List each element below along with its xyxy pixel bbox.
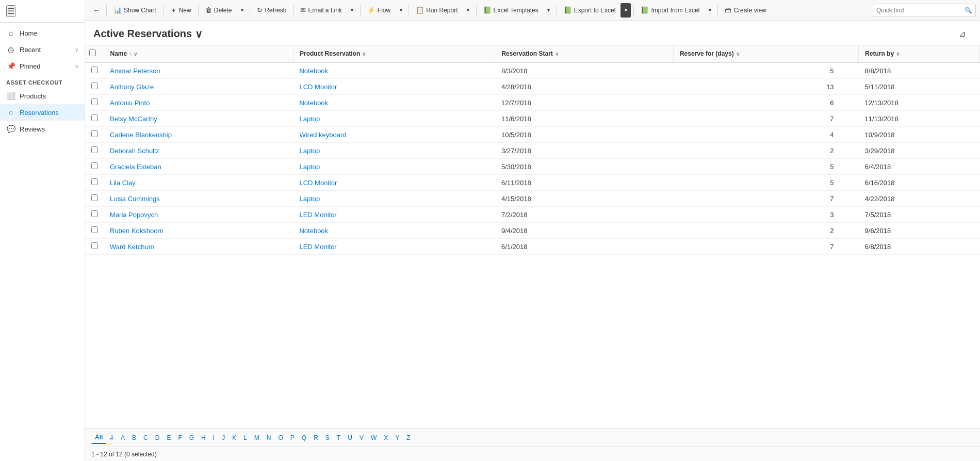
row-product-link-6[interactable]: Laptop (299, 163, 320, 171)
filter-icon[interactable]: ⊿ (957, 27, 968, 41)
pagination-letter-n[interactable]: N (263, 432, 275, 443)
row-name-link-9[interactable]: Maria Popovych (110, 211, 158, 219)
excel-templates-dropdown-button[interactable]: ▾ (544, 3, 554, 18)
sidebar-item-reservations[interactable]: ○ Reservations (0, 104, 85, 121)
row-checkbox-1[interactable] (91, 83, 98, 89)
row-product-link-4[interactable]: Wired keyboard (299, 131, 346, 139)
row-name-link-1[interactable]: Anthony Glaze (110, 83, 154, 91)
pagination-letter-p[interactable]: P (287, 432, 298, 443)
export-excel-dropdown-button[interactable]: ▾ (620, 3, 631, 18)
return-by-filter-chevron-icon[interactable]: ∨ (896, 51, 900, 57)
name-column-header[interactable]: Name ↑ ∨ (104, 45, 293, 62)
days-filter-chevron-icon[interactable]: ∨ (736, 51, 740, 57)
flow-button[interactable]: ⚡ Flow (363, 3, 395, 18)
row-checkbox-9[interactable] (91, 210, 98, 217)
pagination-letter-j[interactable]: J (218, 432, 228, 443)
row-product-link-1[interactable]: LCD Monitor (299, 83, 337, 91)
row-checkbox-2[interactable] (91, 98, 98, 105)
row-name-link-6[interactable]: Graciela Esteban (110, 163, 161, 171)
pagination-letter-u[interactable]: U (344, 432, 356, 443)
pagination-letter-g[interactable]: G (186, 432, 198, 443)
pagination-letter-e[interactable]: E (163, 432, 174, 443)
import-excel-button[interactable]: 📗 Import from Excel (636, 3, 704, 18)
pagination-letter-v[interactable]: V (356, 432, 367, 443)
row-name-link-7[interactable]: Lila Clay (110, 179, 136, 187)
export-excel-button[interactable]: 📗 Export to Excel (560, 3, 620, 18)
row-name-link-0[interactable]: Ammar Peterson (110, 67, 160, 75)
row-name-link-3[interactable]: Betsy McCarthy (110, 115, 157, 123)
sidebar-item-recent[interactable]: ◷ Recent ∨ (0, 41, 85, 58)
email-link-button[interactable]: ✉ Email a Link (296, 3, 346, 18)
excel-templates-button[interactable]: 📗 Excel Templates (479, 3, 543, 18)
pagination-letter-h[interactable]: H (198, 432, 209, 443)
pagination-letter-all[interactable]: All (91, 432, 106, 444)
email-dropdown-button[interactable]: ▾ (347, 3, 357, 18)
flow-dropdown-button[interactable]: ▾ (396, 3, 406, 18)
row-product-link-3[interactable]: Laptop (299, 115, 320, 123)
new-button[interactable]: ＋ New (166, 3, 195, 18)
pagination-letter-x[interactable]: X (380, 432, 391, 443)
create-view-button[interactable]: 🗃 Create view (721, 3, 770, 18)
pagination-letter-t[interactable]: T (333, 432, 344, 443)
row-checkbox-11[interactable] (91, 242, 98, 249)
pagination-letter-c[interactable]: C (140, 432, 152, 443)
row-checkbox-8[interactable] (91, 194, 98, 201)
product-reservation-column-header[interactable]: Product Reservation ∨ (293, 45, 495, 62)
delete-button[interactable]: 🗑 Delete (201, 3, 236, 18)
row-checkbox-6[interactable] (91, 162, 98, 169)
product-filter-chevron-icon[interactable]: ∨ (362, 51, 366, 57)
row-checkbox-10[interactable] (91, 226, 98, 233)
sidebar-item-pinned[interactable]: 📌 Pinned ∨ (0, 58, 85, 74)
pagination-letter-#[interactable]: # (106, 432, 117, 443)
pagination-letter-f[interactable]: F (174, 432, 185, 443)
row-name-link-5[interactable]: Deborah Schultz (110, 147, 159, 155)
pagination-letter-z[interactable]: Z (403, 432, 414, 443)
pagination-letter-d[interactable]: D (152, 432, 164, 443)
row-product-link-5[interactable]: Laptop (299, 147, 320, 155)
import-excel-dropdown-button[interactable]: ▾ (705, 3, 715, 18)
pagination-letter-o[interactable]: O (275, 432, 287, 443)
row-product-link-0[interactable]: Notebook (299, 67, 328, 75)
pagination-letter-q[interactable]: Q (298, 432, 310, 443)
run-report-button[interactable]: 📋 Run Report (412, 3, 462, 18)
check-all-checkbox[interactable] (89, 50, 96, 56)
pagination-letter-b[interactable]: B (128, 432, 140, 443)
back-button[interactable]: ← (89, 3, 104, 18)
row-name-link-2[interactable]: Antonio Pinto (110, 99, 150, 107)
sidebar-item-home[interactable]: ⌂ Home (0, 25, 85, 41)
pagination-letter-i[interactable]: I (209, 432, 218, 443)
row-product-link-2[interactable]: Notebook (299, 99, 328, 107)
row-checkbox-7[interactable] (91, 178, 98, 185)
reserve-for-days-column-header[interactable]: Reserve for (days) ∨ (673, 45, 858, 62)
pagination-letter-m[interactable]: M (251, 432, 263, 443)
row-name-link-11[interactable]: Ward Ketchum (110, 243, 154, 251)
row-product-link-11[interactable]: LED Monitor (299, 243, 336, 251)
reservation-start-column-header[interactable]: Reservation Start ∨ (495, 45, 674, 62)
pagination-letter-k[interactable]: K (228, 432, 240, 443)
row-checkbox-0[interactable] (91, 67, 98, 73)
row-name-link-10[interactable]: Ruben Kokshoorn (110, 227, 164, 235)
row-name-link-4[interactable]: Carlene Blankenship (110, 131, 172, 139)
quick-find-container[interactable]: 🔍 (873, 4, 976, 17)
pagination-letter-w[interactable]: W (367, 432, 380, 443)
row-checkbox-5[interactable] (91, 146, 98, 153)
row-product-link-10[interactable]: Notebook (299, 227, 328, 235)
pagination-letter-y[interactable]: Y (391, 432, 403, 443)
row-product-link-7[interactable]: LCD Monitor (299, 179, 337, 187)
hamburger-button[interactable]: ☰ (6, 5, 15, 17)
pagination-letter-r[interactable]: R (310, 432, 322, 443)
check-all-column[interactable] (85, 45, 104, 62)
name-filter-chevron-icon[interactable]: ∨ (134, 51, 137, 57)
show-chart-button[interactable]: 📊 Show Chart (109, 3, 160, 18)
pagination-letter-a[interactable]: A (117, 432, 128, 443)
row-checkbox-3[interactable] (91, 114, 98, 121)
sidebar-item-products[interactable]: ⬜ Products (0, 88, 85, 104)
sidebar-item-reviews[interactable]: 💬 Reviews (0, 121, 85, 137)
page-title-chevron-icon[interactable]: ∨ (195, 28, 203, 40)
row-product-link-8[interactable]: Laptop (299, 195, 320, 203)
row-checkbox-4[interactable] (91, 130, 98, 137)
refresh-button[interactable]: ↻ Refresh (253, 3, 290, 18)
return-by-column-header[interactable]: Return by ∨ (859, 45, 980, 62)
pagination-letter-l[interactable]: L (240, 432, 251, 443)
pagination-letter-s[interactable]: S (322, 432, 333, 443)
